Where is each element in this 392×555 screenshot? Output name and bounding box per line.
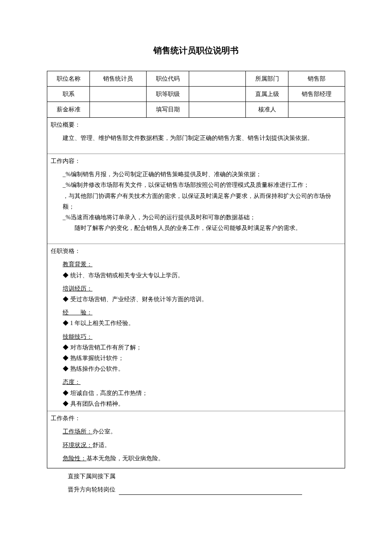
label-job-family: 职系 — [47, 87, 90, 102]
indirect-sub-label: 间接下属 — [92, 473, 115, 479]
skills-head: 技能技巧： — [63, 331, 341, 342]
label-approver: 核准人 — [245, 102, 288, 117]
header-row-2: 职系 职等职级 直属上级 销售部经理 — [47, 87, 345, 102]
training-head: 培训经历： — [63, 283, 341, 294]
attitude-item-2: ◆ 具有团队合作精神。 — [63, 398, 341, 409]
footer-line-2: 晋升方向轮转岗位 — [68, 484, 345, 495]
condition-label-3: 危险性： — [63, 455, 86, 462]
label-position-code: 职位代码 — [146, 71, 189, 87]
experience-item-1: ◆ 1 年以上相关工作经验。 — [63, 318, 341, 328]
value-position-code — [189, 71, 246, 87]
work-extra: 随时了解客户的变化，配合销售人员的业务工作，保证公司能够及时满足客户的需求。 — [51, 223, 341, 233]
attitude-item-1: ◆ 坦诚自信，高度的工作热情； — [63, 388, 341, 398]
overview-title: 职位概要： — [51, 119, 341, 130]
value-salary-standard — [90, 102, 147, 117]
label-fill-date: 填写日期 — [146, 102, 189, 117]
label-salary-standard: 薪金标准 — [47, 102, 90, 117]
attitude-head: 态度： — [63, 377, 341, 387]
skills-item-1: ◆ 对市场营销工作有所了解； — [63, 342, 341, 353]
label-direct-supervisor: 直属上级 — [245, 87, 288, 102]
work-item-2: _%编制并修改市场部有关文件，以保证销售市场部按照公司的管理模式及质量标准进行工… — [51, 180, 341, 190]
header-table: 职位名称 销售统计员 职位代码 所属部门 销售部 职系 职等职级 直属上级 销售… — [47, 71, 345, 118]
training-item-1: ◆ 受过市场营销、产业经济、财务统计等方面的培训。 — [63, 294, 341, 305]
experience-head: 经 验： — [63, 307, 341, 318]
condition-label-1: 工作场所： — [63, 428, 92, 435]
work-content-title: 工作内容： — [51, 156, 341, 166]
education-item-1: ◆ 统计、市场营销或相关专业大专以上学历。 — [63, 270, 341, 281]
work-item-4: _%迅速而准确地将订单录入，为公司的运行提供及时和可靠的数据基础； — [51, 212, 341, 223]
education-head: 教育背景： — [63, 259, 341, 270]
section-qualification: 任职资格： 教育背景： ◆ 统计、市场营销或相关专业大专以上学历。 培训经历： … — [47, 244, 345, 411]
value-fill-date — [189, 102, 246, 117]
header-row-1: 职位名称 销售统计员 职位代码 所属部门 销售部 — [47, 71, 345, 87]
rotation-underline — [119, 489, 302, 495]
main-content-box: 职位概要： 建立、管理、维护销售部文件数据档案，为部门制定正确的销售方案、销售计… — [47, 118, 345, 468]
section-work-content: 工作内容： _%编制销售月报，为公司制定正确的销售策略提供及时、准确的决策依据；… — [47, 154, 345, 244]
overview-text: 建立、管理、维护销售部文件数据档案，为部门制定正确的销售方案、销售计划提供决策依… — [51, 133, 341, 143]
work-item-3: ，与其他部门协调客户有关技术方面的需求，以保证及时满足客户要求，从而保持和扩大公… — [51, 191, 341, 212]
skills-item-2: ◆ 熟练掌握统计软件； — [63, 353, 341, 363]
condition-row-3: 危险性：基本无危险，无职业病危险。 — [63, 453, 341, 464]
label-grade-level: 职等职级 — [146, 87, 189, 102]
promotion-label: 晋升方向 — [68, 486, 92, 493]
section-overview: 职位概要： 建立、管理、维护销售部文件数据档案，为部门制定正确的销售方案、销售计… — [47, 118, 345, 154]
footer-block: 直接下属间接下属 晋升方向轮转岗位 — [47, 468, 345, 495]
direct-sub-label: 直接下属 — [68, 473, 92, 479]
header-row-3: 薪金标准 填写日期 核准人 — [47, 102, 345, 117]
conditions-title: 工作条件： — [51, 413, 341, 424]
value-job-family — [90, 87, 147, 102]
condition-label-2: 环境状况： — [63, 442, 92, 448]
condition-value-1: 办公室。 — [92, 428, 116, 435]
label-position-name: 职位名称 — [47, 71, 90, 87]
label-department: 所属部门 — [245, 71, 288, 87]
condition-value-2: 舒适。 — [92, 442, 110, 448]
value-department: 销售部 — [288, 71, 345, 87]
value-direct-supervisor: 销售部经理 — [288, 87, 345, 102]
qualification-body: 教育背景： ◆ 统计、市场营销或相关专业大专以上学历。 培训经历： ◆ 受过市场… — [51, 259, 341, 409]
footer-line-1: 直接下属间接下属 — [68, 471, 345, 482]
rotation-label: 轮转岗位 — [92, 486, 115, 493]
skills-item-3: ◆ 熟练操作办公软件。 — [63, 363, 341, 374]
conditions-body: 工作场所：办公室。 环境状况：舒适。 危险性：基本无危险，无职业病危险。 — [51, 426, 341, 464]
page-title: 销售统计员职位说明书 — [47, 43, 345, 58]
condition-row-1: 工作场所：办公室。 — [63, 426, 341, 437]
condition-row-2: 环境状况：舒适。 — [63, 440, 341, 450]
value-position-name: 销售统计员 — [90, 71, 147, 87]
value-approver — [288, 102, 345, 117]
work-item-1: _%编制销售月报，为公司制定正确的销售策略提供及时、准确的决策依据； — [51, 169, 341, 180]
value-grade-level — [189, 87, 246, 102]
condition-value-3: 基本无危险，无职业病危险。 — [86, 455, 164, 462]
qualification-title: 任职资格： — [51, 246, 341, 256]
section-conditions: 工作条件： 工作场所：办公室。 环境状况：舒适。 危险性：基本无危险，无职业病危… — [47, 411, 345, 468]
